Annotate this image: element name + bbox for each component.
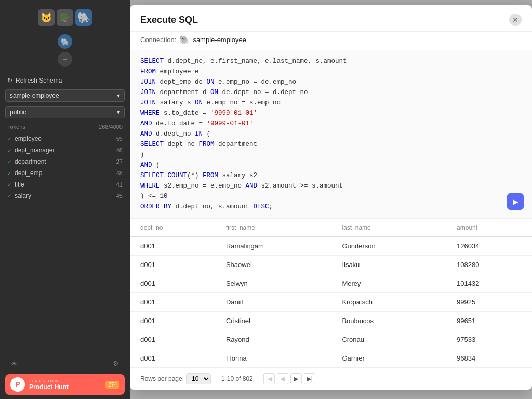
table-cell: 99651 xyxy=(446,312,532,330)
sql-line: SELECT COUNT(*) FROM salary s2 xyxy=(140,170,522,181)
ph-featured-label: FEATURED ON xyxy=(29,379,69,383)
sidebar: 🐱 🪖 🐘 🐘 ＋ ↻ Refresh Schema sample-employ… xyxy=(0,0,130,399)
table-item[interactable]: ✓ title 41 xyxy=(0,179,130,190)
connection-name: sample-employee xyxy=(193,36,246,44)
sql-line: ORDER BY d.dept_no, s.amount DESC; xyxy=(140,202,522,212)
table-row[interactable]: d001ShaoweiIisaku108280 xyxy=(130,256,532,274)
schema-name: sample-employee xyxy=(10,92,59,99)
table-row[interactable]: d001CristinelBouloucos99651 xyxy=(130,312,532,330)
run-query-button[interactable]: ▶ xyxy=(507,193,524,210)
next-page-button[interactable]: ▶ xyxy=(290,373,302,384)
refresh-label: Refresh Schema xyxy=(16,77,62,84)
sql-line: WHERE s.to_date = '9999-01-01' xyxy=(140,108,522,118)
first-page-button[interactable]: |◀ xyxy=(263,373,275,384)
sql-line: SELECT d.dept_no, e.first_name, e.last_n… xyxy=(140,56,522,66)
ph-count: 274 xyxy=(105,381,119,389)
table-cell: Iisaku xyxy=(331,256,446,274)
column-header: dept_no xyxy=(130,219,216,237)
table-list: ✓ employee 59 ✓ dept_manager 48 ✓ depart… xyxy=(0,132,130,351)
execute-sql-modal: Execute SQL ✕ Connection: 🐘 sample-emplo… xyxy=(130,5,532,390)
table-item-left: ✓ employee xyxy=(7,135,42,142)
table-row[interactable]: d001SelwynMerey101432 xyxy=(130,274,532,293)
table-item-left: ✓ department xyxy=(7,158,46,165)
table-cell: Cronau xyxy=(331,330,446,349)
sidebar-nav-icons: 🐘 ＋ xyxy=(58,30,72,71)
connection-row: Connection: 🐘 sample-employee xyxy=(130,32,532,50)
public-label: public xyxy=(10,109,26,116)
table-count: 48 xyxy=(116,147,123,153)
table-cell: Gunderson xyxy=(331,237,446,256)
sidebar-top: 🐱 🪖 🐘 🐘 ＋ xyxy=(0,0,130,74)
logo-icon-1: 🐱 xyxy=(38,9,55,26)
table-row[interactable]: d001FlorinaGarnier96834 xyxy=(130,349,532,368)
table-row[interactable]: d001RamalingamGunderson126034 xyxy=(130,237,532,256)
check-icon: ✓ xyxy=(7,193,11,199)
sidebar-logo-area: 🐱 🪖 🐘 xyxy=(34,5,96,30)
table-item[interactable]: ✓ dept_emp 48 xyxy=(0,167,130,179)
table-item[interactable]: ✓ employee 59 xyxy=(0,133,130,144)
table-cell: 126034 xyxy=(446,237,532,256)
table-cell: 96834 xyxy=(446,349,532,368)
check-icon: ✓ xyxy=(7,136,11,142)
table-name: title xyxy=(15,181,24,188)
page-info: 1-10 of 802 xyxy=(221,375,253,382)
tokens-value: 268/4000 xyxy=(99,124,123,130)
modal-header: Execute SQL ✕ xyxy=(130,5,532,32)
sql-line: FROM employee e xyxy=(140,66,522,77)
table-item[interactable]: ✓ dept_manager 48 xyxy=(0,144,130,156)
table-cell: 99925 xyxy=(446,293,532,312)
ph-logo: P xyxy=(10,377,25,392)
schema-chevron-icon: ▾ xyxy=(117,92,120,99)
table-cell: d001 xyxy=(130,237,216,256)
table-cell: Ramalingam xyxy=(216,237,331,256)
nav-icon-db[interactable]: 🐘 xyxy=(58,34,72,49)
schema-select[interactable]: sample-employee ▾ xyxy=(5,89,125,102)
column-header: last_name xyxy=(331,219,446,237)
nav-icon-plus[interactable]: ＋ xyxy=(58,52,72,66)
table-cell: Cristinel xyxy=(216,312,331,330)
table-cell: Selwyn xyxy=(216,274,331,293)
modal-close-button[interactable]: ✕ xyxy=(509,14,522,26)
table-item-left: ✓ dept_manager xyxy=(7,147,55,154)
sql-line: JOIN salary s ON e.emp_no = s.emp_no xyxy=(140,98,522,108)
results-section: dept_nofirst_namelast_nameamount d001Ram… xyxy=(130,219,532,367)
table-item[interactable]: ✓ salary 45 xyxy=(0,190,130,202)
rows-per-page-select[interactable]: 10 25 50 xyxy=(186,373,211,384)
table-row[interactable]: d001DaniilKropatsch99925 xyxy=(130,293,532,312)
sun-icon[interactable]: ☀ xyxy=(7,356,21,370)
gear-icon[interactable]: ⚙ xyxy=(109,356,123,370)
product-hunt-badge[interactable]: P FEATURED ON Product Hunt 274 xyxy=(5,374,125,395)
logo-icons: 🐱 🪖 🐘 xyxy=(38,9,92,26)
table-cell: d001 xyxy=(130,349,216,368)
main-content: ☆ Star 7:33:0 Execute SQL ✕ Connection: … xyxy=(130,0,532,399)
table-cell: Merey xyxy=(331,274,446,293)
check-icon: ✓ xyxy=(7,159,11,165)
table-cell: Shaowei xyxy=(216,256,331,274)
table-count: 45 xyxy=(116,193,123,199)
table-count: 48 xyxy=(116,170,123,176)
sql-line: WHERE s2.emp_no = e.emp_no AND s2.amount… xyxy=(140,181,522,191)
table-name: department xyxy=(15,158,46,165)
table-cell: 108280 xyxy=(446,256,532,274)
table-cell: d001 xyxy=(130,256,216,274)
table-cell: 101432 xyxy=(446,274,532,293)
table-name: salary xyxy=(15,192,31,200)
sql-line: JOIN department d ON de.dept_no = d.dept… xyxy=(140,87,522,98)
last-page-button[interactable]: ▶| xyxy=(304,373,315,384)
table-cell: d001 xyxy=(130,293,216,312)
table-item[interactable]: ✓ department 27 xyxy=(0,156,130,167)
column-header: first_name xyxy=(216,219,331,237)
sql-line: SELECT dept_no FROM department xyxy=(140,139,522,150)
rows-per-page-label: Rows per page: xyxy=(140,375,184,382)
check-icon: ✓ xyxy=(7,148,11,153)
sql-line: AND de.to_date = '9999-01-01' xyxy=(140,118,522,129)
check-icon: ✓ xyxy=(7,182,11,188)
refresh-schema-button[interactable]: ↻ Refresh Schema xyxy=(0,74,130,87)
table-row[interactable]: d001RayondCronau97533 xyxy=(130,330,532,349)
public-select[interactable]: public ▾ xyxy=(5,106,125,118)
table-count: 41 xyxy=(116,181,123,188)
sql-editor[interactable]: SELECT d.dept_no, e.first_name, e.last_n… xyxy=(130,50,532,219)
prev-page-button[interactable]: ◀ xyxy=(277,373,288,384)
table-cell: d001 xyxy=(130,330,216,349)
sidebar-bottom: ☀ ⚙ P FEATURED ON Product Hunt 274 xyxy=(0,351,130,399)
